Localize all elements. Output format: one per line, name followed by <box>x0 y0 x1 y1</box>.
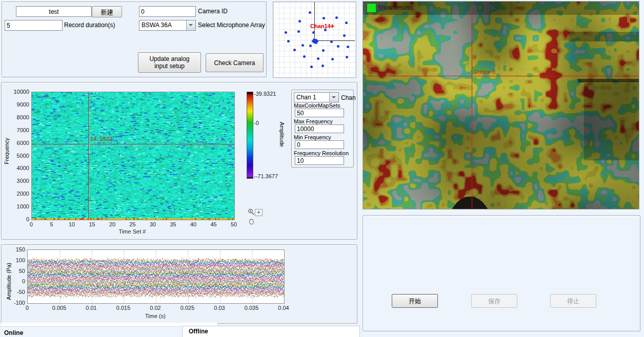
mic-dot <box>297 30 300 33</box>
mic-dot <box>346 56 348 58</box>
mic-cursor-label: Chan14 <box>310 23 331 29</box>
mic-dot <box>322 49 325 52</box>
waveform-ytick: 150 <box>6 246 25 252</box>
chevron-down-icon[interactable] <box>186 20 195 30</box>
waveform-ytick: 100 <box>6 257 25 263</box>
offline-status-label: Offline <box>189 328 208 335</box>
waveform-xtick: 0.04 <box>271 305 296 311</box>
spectrogram-xlabel: Time Set # <box>81 228 184 235</box>
chan-select[interactable]: Chan 1 <box>294 92 339 102</box>
update-analog-input-button[interactable]: Update analog input setup <box>138 52 201 73</box>
camera-view-panel[interactable]: Show results Cursor 0 <box>363 1 639 209</box>
spectrogram-ytick: 5000 <box>7 153 29 159</box>
spectrogram-xtick: 35 <box>163 221 184 227</box>
acoustic-camera-app: 新建 Camera ID Record duration(s) BSWA 36A… <box>0 0 644 337</box>
camera-id-label: Camera ID <box>198 8 228 15</box>
mic-array-value: BSWA 36A <box>142 22 172 29</box>
camera-id-input[interactable] <box>139 6 196 17</box>
colorbar-title: Amplitude <box>279 122 285 147</box>
project-name-input[interactable] <box>16 6 92 17</box>
spectrogram-ytick: 2000 <box>7 191 29 197</box>
show-results-checkbox[interactable] <box>367 3 376 13</box>
analysis-field-input[interactable] <box>295 124 344 133</box>
mic-dot <box>287 40 290 43</box>
spectrogram-ytick: 8000 <box>7 114 29 120</box>
analysis-field-label: Min Frequency <box>294 134 331 140</box>
analysis-field-input[interactable] <box>295 156 344 165</box>
mic-cursor-cross-icon[interactable]: + <box>330 22 334 30</box>
spectrogram-cursor-readout: 14, 5932 <box>90 136 112 142</box>
spectrogram-xtick: 15 <box>82 221 103 227</box>
colorbar-min-label: --71.3677 <box>254 173 278 179</box>
mic-dot <box>309 45 312 47</box>
setup-panel: 新建 Camera ID Record duration(s) BSWA 36A… <box>2 2 267 77</box>
waveform-xtick: 0.035 <box>239 305 265 311</box>
mic-dot <box>315 41 317 44</box>
save-button[interactable]: 保存 <box>471 294 517 308</box>
start-button[interactable]: 开始 <box>392 294 438 308</box>
mic-dot <box>298 20 301 23</box>
new-button[interactable]: 新建 <box>92 6 122 17</box>
mic-dot <box>285 31 287 34</box>
stop-button[interactable]: 停止 <box>550 294 596 308</box>
analysis-field-label: Frequency Resolution <box>294 150 349 156</box>
spectrogram-ytick: 10000 <box>7 89 29 95</box>
spectrogram-plot[interactable]: 14, 5932 <box>31 92 235 220</box>
zoom-tool-icon[interactable] <box>248 208 255 217</box>
spectrogram-xtick: 30 <box>143 221 163 227</box>
mic-array-plot[interactable]: Chan14 + <box>273 2 356 78</box>
mic-dot <box>343 34 346 37</box>
spectrogram-xtick: 0 <box>21 221 42 227</box>
hand-tool-icon[interactable] <box>248 218 255 226</box>
mic-dot <box>337 45 339 48</box>
waveform-ytick: 50 <box>6 268 25 274</box>
spectrogram-xtick: 50 <box>224 221 244 227</box>
analysis-field-label: MaxColorMapSets <box>294 102 340 109</box>
camera-cursor-vline[interactable] <box>472 2 472 209</box>
analysis-field-input[interactable] <box>295 140 344 149</box>
waveform-xtick: 0.025 <box>175 305 200 311</box>
mic-dot <box>309 11 311 14</box>
mic-dot <box>330 40 333 43</box>
mic-dot <box>301 44 304 47</box>
camera-cursor-label: Cursor 0 <box>474 69 495 75</box>
spectrogram-cursor-hline[interactable] <box>32 144 234 144</box>
cursor-tool-icon[interactable]: + <box>255 209 263 216</box>
spectrogram-xtick: 40 <box>183 221 204 227</box>
waveform-xtick: 0.02 <box>143 305 168 311</box>
mic-array-select[interactable]: BSWA 36A <box>139 20 196 31</box>
mic-dot <box>331 58 334 60</box>
spectrogram-xtick: 25 <box>123 221 143 227</box>
chevron-down-icon[interactable] <box>329 93 338 102</box>
waveform-canvas <box>28 250 284 303</box>
show-results-label: Show results <box>377 4 413 11</box>
spectrogram-xtick: 10 <box>62 221 82 227</box>
spectrogram-ytick: 4000 <box>7 165 29 171</box>
check-camera-button[interactable]: Check Camera <box>206 53 264 72</box>
camera-cursor-hline[interactable] <box>363 76 639 76</box>
amplitude-colorbar <box>247 92 253 179</box>
waveform-xtick: 0.015 <box>111 305 136 311</box>
waveform-xtick: 0.03 <box>207 305 232 311</box>
record-duration-label: Record duration(s) <box>64 22 115 29</box>
mic-dot <box>324 29 327 31</box>
spectrogram-canvas <box>32 92 234 220</box>
waveform-xtick: 0.01 <box>78 305 104 311</box>
waveform-xtick: 0 <box>14 305 40 311</box>
mic-dot <box>293 49 296 51</box>
online-status-label: Online <box>4 329 23 336</box>
mic-array-label: Select Microphone Array <box>198 22 265 29</box>
mic-dot <box>310 66 313 68</box>
mic-dot <box>312 31 315 34</box>
analysis-field-input[interactable] <box>295 109 344 117</box>
analysis-field-label: Max Frequency <box>294 118 333 124</box>
spectrogram-ytick: 6000 <box>7 140 29 146</box>
spectrogram-xtick: 45 <box>204 221 224 227</box>
record-duration-input[interactable] <box>5 20 63 31</box>
mic-dot <box>321 65 324 67</box>
waveform-plot[interactable] <box>27 249 285 304</box>
chan-label: Chan <box>341 94 356 101</box>
spectrogram-xtick: 5 <box>42 221 62 227</box>
spectrogram-ytick: 7000 <box>7 127 29 133</box>
spectrogram-cursor-vline[interactable] <box>88 92 89 220</box>
